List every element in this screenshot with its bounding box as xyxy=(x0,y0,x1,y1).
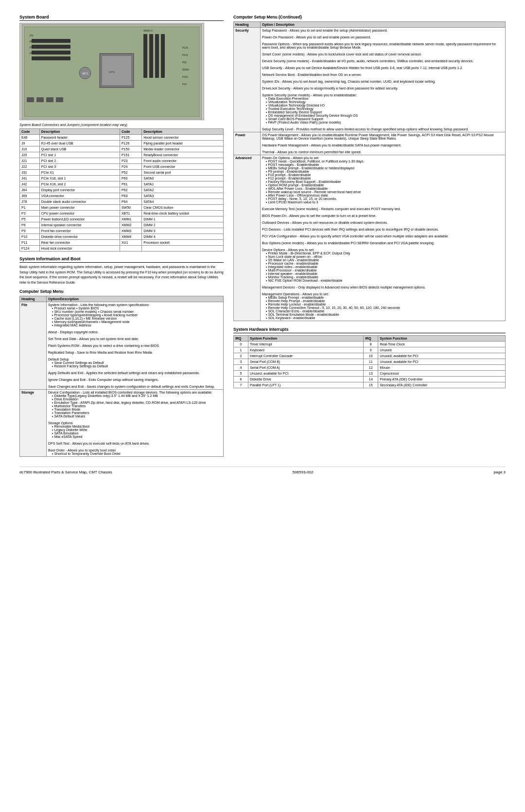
irq-num2: 9 xyxy=(364,347,378,353)
irq-num2: 12 xyxy=(364,365,378,371)
page-footer: dc7900 Illustrated Parts & Service Map, … xyxy=(19,467,506,474)
connector-desc2: Media reader connector xyxy=(142,146,224,152)
cont-col-option: Option / Description xyxy=(261,22,506,28)
connector-row: P3 CPU power connector XBT1 Real-time-cl… xyxy=(20,211,224,217)
svg-text:P52: P52 xyxy=(182,61,187,64)
irq-func1: Parallel Port (LPT 1) xyxy=(248,382,364,388)
setup-col-heading: Heading xyxy=(20,296,47,302)
connector-row: J9 RJ-45 over dual USB P126 Flying paral… xyxy=(20,141,224,146)
connector-desc1: Hood lock connector xyxy=(39,246,120,252)
system-board-image: CPU J78 J9 J10 J20 XMM1-4 XBT1 P126 P151… xyxy=(19,23,204,120)
connector-desc2: SATA0 xyxy=(142,176,224,181)
setup-option-cell: Device Configuration - Lists all install… xyxy=(47,390,224,457)
connector-row: J78 Double stack audio connector P64 SAT… xyxy=(20,199,224,205)
connector-desc1: Main power connector xyxy=(39,205,120,211)
irq-num2: 15 xyxy=(364,382,378,388)
irq-row: 5 Unused; available for PCI 13 Coprocess… xyxy=(234,371,506,377)
connector-row: J41 PCIe X16, slot 1 P60 SATA0 xyxy=(20,176,224,181)
footer-page: page 3 xyxy=(494,470,506,474)
computer-setup-menu: Computer Setup Menu Heading Option/Descr… xyxy=(19,289,224,457)
svg-text:P151: P151 xyxy=(182,54,188,56)
connector-desc1: Quad stack USB xyxy=(39,146,120,152)
connector-desc1: Power button/LED connector xyxy=(39,217,120,222)
connector-desc2 xyxy=(142,246,224,252)
irq-title: System Hardware Interrupts xyxy=(233,327,506,333)
connector-row: P11 Rear fan connector XU1 Processor soc… xyxy=(20,240,224,246)
connector-row: J20 PCI slot 1 P151 ReadyBoost connector xyxy=(20,152,224,158)
connector-code1: J22 xyxy=(20,164,40,170)
irq-num1: 2 xyxy=(234,353,248,359)
setup-menu-row: File System Information - Lists the foll… xyxy=(20,302,224,390)
system-board-section: System Board xyxy=(19,15,224,252)
connector-desc1: PCIe X16, slot 1 xyxy=(39,176,120,181)
connector-code1: J42 xyxy=(20,181,40,187)
svg-text:J10: J10 xyxy=(29,46,33,49)
irq-func2: Unused; available for PCI xyxy=(378,353,506,359)
setup-continued-table: Heading Option / Description Security Se… xyxy=(233,21,506,321)
connector-row: J21 PCI slot 2 P23 Front audio connector xyxy=(20,158,224,164)
irq-num1: 4 xyxy=(234,365,248,371)
svg-rect-14 xyxy=(46,97,53,102)
connector-code1: P124 xyxy=(20,246,40,252)
connector-desc2: SATA2 xyxy=(142,187,224,193)
irq-col2: IRQ xyxy=(364,336,378,342)
irq-num1: 5 xyxy=(234,371,248,377)
irq-func1: Keyboard xyxy=(248,347,364,353)
connector-desc1: PCI slot 3 xyxy=(39,164,120,170)
irq-num1: 1 xyxy=(234,347,248,353)
setup-heading-cell: Storage xyxy=(20,390,47,457)
svg-text:SW50: SW50 xyxy=(182,68,189,71)
connector-row: J10 Quad stack USB P150 Media reader con… xyxy=(20,146,224,152)
connector-desc2: DIMM 3 xyxy=(142,228,224,234)
connector-desc2: Processor socket xyxy=(142,240,224,246)
setup-continued-section: Computer Setup Menu (Continued) Heading … xyxy=(233,15,506,321)
left-column: System Board xyxy=(19,15,224,457)
irq-func2: Secondary ATA (IDE) Controller xyxy=(378,382,506,388)
connector-code2: P151 xyxy=(120,152,141,158)
connector-desc1: Rear fan connector xyxy=(39,240,120,246)
system-info-section: System Information and Boot Basic system… xyxy=(19,256,224,457)
setup-menu-title: Computer Setup Menu xyxy=(19,289,224,294)
irq-row: 2 Interrupt Controller Cascade 10 Unused… xyxy=(234,353,506,359)
connector-code2: P24 xyxy=(120,164,141,170)
system-board-title: System Board xyxy=(19,15,224,21)
system-info-desc: Basic system information regarding syste… xyxy=(19,265,224,285)
connector-code2: P23 xyxy=(120,158,141,164)
col-desc1: Description xyxy=(39,129,120,135)
setup-heading-cell: File xyxy=(20,302,47,390)
page: System Board xyxy=(0,0,525,489)
connector-row: P10 Diskette drive connector XMM4 DIMM 4 xyxy=(20,234,224,240)
connector-desc1: PCI slot 1 xyxy=(39,152,120,158)
connector-code2: P61 xyxy=(120,181,141,187)
irq-row: 7 Parallel Port (LPT 1) 15 Secondary ATA… xyxy=(234,382,506,388)
connector-code2: SW50 xyxy=(120,205,141,211)
connector-desc1: CPU power connector xyxy=(39,211,120,217)
irq-num2: 10 xyxy=(364,353,378,359)
setup-continued-row: Security Setup Password - Allows you to … xyxy=(234,28,506,132)
svg-text:CPU: CPU xyxy=(109,71,115,73)
irq-func1: Interrupt Controller Cascade xyxy=(248,353,364,359)
irq-func2: Primary ATA (IDE) Controller xyxy=(378,377,506,382)
connector-row: J42 PCIe X16, slot 2 P61 SATA1 xyxy=(20,181,224,187)
connector-desc1: Double stack audio connector xyxy=(39,199,120,205)
connector-code2: P150 xyxy=(120,146,141,152)
irq-func2: Mouse xyxy=(378,365,506,371)
setup-continued-row: Power OS Power Management - Allows you t… xyxy=(234,132,506,155)
svg-text:P150: P150 xyxy=(182,75,188,78)
connector-desc1: RJ-45 over dual USB xyxy=(39,141,120,146)
svg-rect-12 xyxy=(27,97,34,102)
connector-code1: P5 xyxy=(20,217,40,222)
connector-code1: P11 xyxy=(20,240,40,246)
irq-num1: 0 xyxy=(234,342,248,347)
connector-code1: J64 xyxy=(20,187,40,193)
connector-code2: XMM1 xyxy=(120,217,141,222)
cont-option-cell: OS Power Management - Allows you to enab… xyxy=(261,132,506,155)
setup-continued-title: Computer Setup Menu (Continued) xyxy=(233,15,506,19)
irq-num2: 8 xyxy=(364,342,378,347)
connector-desc2: DIMM 2 xyxy=(142,222,224,228)
connector-code1: P1 xyxy=(20,205,40,211)
connector-desc1: PCIe X1 xyxy=(39,170,120,176)
irq-func2: Real-Time Clock xyxy=(378,342,506,347)
cont-heading-cell: Power xyxy=(234,132,261,155)
irq-row: 0 Timer Interrupt 8 Real-Time Clock xyxy=(234,342,506,347)
